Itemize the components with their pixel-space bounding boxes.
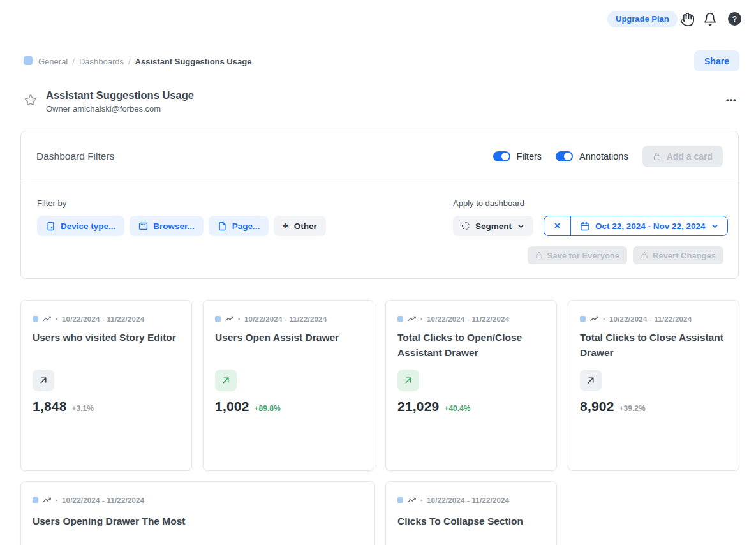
metric-card[interactable]: · 10/22/2024 - 11/22/2024 Users who visi…: [20, 300, 192, 471]
card-meta: · 10/22/2024 - 11/22/2024: [215, 314, 327, 324]
breadcrumb-separator: /: [72, 57, 75, 66]
filter-by-label: Filter by: [37, 198, 66, 208]
card-meta: · 10/22/2024 - 11/22/2024: [397, 495, 509, 505]
card-date-range: 10/22/2024 - 11/22/2024: [62, 315, 144, 323]
device-type-filter-chip[interactable]: Device type...: [37, 216, 124, 236]
card-meta: · 10/22/2024 - 11/22/2024: [580, 314, 692, 324]
apply-to-dashboard-label: Apply to dashboard: [453, 198, 524, 208]
card-value: 21,029: [397, 399, 439, 414]
clear-date-filter-button[interactable]: ×: [544, 216, 571, 235]
save-for-everyone-button[interactable]: Save for Everyone: [528, 246, 627, 264]
card-title: Users who visited Story Editor: [33, 330, 181, 345]
date-range-filter: × Oct 22, 2024 - Nov 22, 2024: [544, 216, 728, 236]
metric-card[interactable]: · 10/22/2024 - 11/22/2024 Total Clicks t…: [385, 300, 557, 471]
add-a-card-label: Add a card: [667, 151, 713, 161]
trending-up-icon: [42, 495, 52, 505]
trending-up-icon: [589, 314, 599, 324]
meta-bullet: ·: [420, 496, 423, 505]
card-title: Clicks To Collapse Section: [397, 514, 546, 529]
chevron-down-icon: [711, 223, 718, 230]
trending-up-icon: [407, 495, 417, 505]
card-meta: · 10/22/2024 - 11/22/2024: [397, 314, 509, 324]
annotations-toggle-switch[interactable]: [556, 151, 573, 161]
chevron-down-icon: [517, 223, 524, 230]
arrow-up-right-icon: [397, 370, 419, 391]
space-icon: [33, 316, 38, 322]
date-range-value: Oct 22, 2024 - Nov 22, 2024: [595, 221, 706, 231]
filters-panel-body: Filter by Device type...: [21, 181, 738, 279]
card-meta: · 10/22/2024 - 11/22/2024: [33, 314, 144, 324]
breadcrumb-general[interactable]: General: [38, 57, 68, 66]
breadcrumb-separator: /: [128, 57, 131, 66]
meta-bullet: ·: [603, 315, 605, 324]
card-date-range: 10/22/2024 - 11/22/2024: [427, 496, 509, 504]
card-meta: · 10/22/2024 - 11/22/2024: [33, 495, 144, 505]
meta-bullet: ·: [238, 315, 241, 324]
device-type-chip-label: Device type...: [61, 221, 115, 231]
save-for-everyone-label: Save for Everyone: [547, 251, 619, 260]
save-buttons-row: Save for Everyone Revert Changes: [528, 246, 723, 264]
card-title: Total Clicks to Open/Close Assistant Dra…: [397, 330, 546, 361]
annotations-toggle[interactable]: Annotations: [556, 151, 628, 161]
segment-dropdown[interactable]: Segment: [453, 216, 533, 236]
page-title: Assistant Suggestions Usage: [46, 89, 194, 101]
filters-toggle[interactable]: Filters: [493, 151, 542, 161]
dashboard-screen: Upgrade Plan ? General / Dashboards / As…: [0, 0, 756, 545]
space-icon: [397, 316, 403, 322]
browser-filter-chip[interactable]: Browser...: [130, 216, 204, 236]
filters-panel-title: Dashboard Filters: [36, 151, 114, 162]
metric-card[interactable]: · 10/22/2024 - 11/22/2024 Users Opening …: [20, 481, 375, 545]
share-button[interactable]: Share: [694, 50, 739, 71]
page-owner: Owner amichalski@forbes.com: [46, 104, 161, 114]
filters-toggle-switch[interactable]: [493, 151, 510, 161]
page-icon: [218, 221, 227, 231]
hand-icon[interactable]: [679, 11, 695, 27]
page-filter-chip[interactable]: Page...: [209, 216, 269, 236]
card-value: 1,848: [33, 399, 67, 414]
card-title: Total Clicks to Close Assistant Drawer: [580, 330, 729, 361]
arrow-up-right-icon: [33, 370, 54, 391]
card-value: 1,002: [215, 399, 249, 414]
breadcrumb-current: Assistant Suggestions Usage: [135, 57, 252, 66]
browser-chip-label: Browser...: [153, 221, 195, 231]
card-title: Users Open Assist Drawer: [215, 330, 364, 345]
segment-icon: [462, 222, 470, 230]
more-menu-button[interactable]: •••: [726, 95, 737, 105]
card-date-range: 10/22/2024 - 11/22/2024: [427, 315, 509, 323]
trending-up-icon: [225, 314, 234, 324]
card-date-range: 10/22/2024 - 11/22/2024: [244, 315, 327, 323]
trending-up-icon: [42, 314, 52, 324]
add-a-card-button[interactable]: Add a card: [642, 146, 723, 167]
other-chip-label: Other: [294, 221, 317, 231]
breadcrumb: General / Dashboards / Assistant Suggest…: [38, 57, 251, 66]
revert-changes-button[interactable]: Revert Changes: [633, 246, 723, 264]
meta-bullet: ·: [420, 315, 423, 324]
annotations-toggle-label: Annotations: [579, 151, 628, 161]
bell-icon[interactable]: [702, 11, 718, 27]
space-icon: [215, 316, 221, 322]
filter-chips-row: Device type... Browser...: [37, 216, 326, 236]
card-date-range: 10/22/2024 - 11/22/2024: [609, 315, 692, 323]
browser-icon: [138, 221, 148, 231]
dashboard-filters-panel: Dashboard Filters Filters Annotations: [20, 131, 739, 279]
arrow-up-right-icon: [580, 370, 602, 391]
metric-card[interactable]: · 10/22/2024 - 11/22/2024 Users Open Ass…: [203, 300, 374, 471]
help-icon[interactable]: ?: [728, 12, 741, 26]
metric-card[interactable]: · 10/22/2024 - 11/22/2024 Clicks To Coll…: [385, 481, 557, 545]
breadcrumb-dashboards[interactable]: Dashboards: [79, 57, 124, 66]
metric-card[interactable]: · 10/22/2024 - 11/22/2024 Total Clicks t…: [568, 300, 739, 471]
revert-changes-label: Revert Changes: [653, 251, 716, 260]
space-icon: [33, 497, 38, 503]
lock-icon: [535, 251, 543, 259]
device-icon: [46, 221, 56, 231]
lock-icon: [653, 152, 662, 161]
upgrade-plan-button[interactable]: Upgrade Plan: [607, 11, 678, 27]
favorite-star-icon[interactable]: [24, 94, 37, 107]
filters-panel-header: Dashboard Filters Filters Annotations: [21, 131, 738, 181]
date-range-dropdown[interactable]: Oct 22, 2024 - Nov 22, 2024: [571, 216, 727, 235]
meta-bullet: ·: [56, 496, 58, 505]
page-chip-label: Page...: [232, 221, 260, 231]
other-filter-chip[interactable]: + Other: [274, 216, 325, 236]
segment-label: Segment: [475, 221, 512, 231]
card-value: 8,902: [580, 399, 614, 414]
